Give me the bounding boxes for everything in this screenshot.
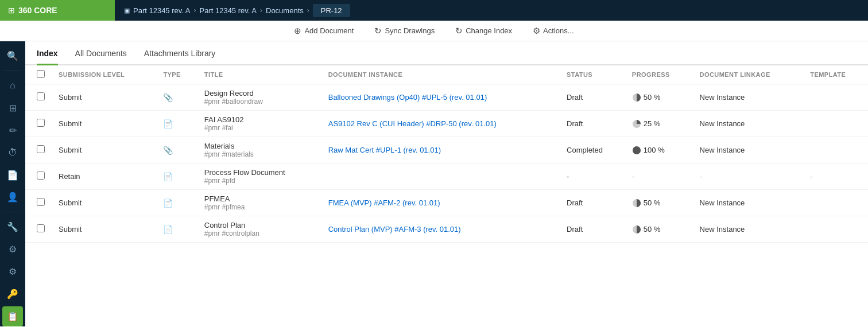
th-progress: PROGRESS	[625, 65, 693, 84]
progress-cell: 50 %	[625, 84, 693, 111]
document-instance-link[interactable]: FMEA (MVP) #AFM-2 (rev. 01.01)	[328, 198, 440, 207]
status-cell: Draft	[560, 111, 625, 137]
brand-logo[interactable]: ⊞ 360 CORE	[0, 0, 115, 21]
document-linkage-cell: New Instance	[693, 216, 804, 243]
sidebar-icon-clock[interactable]: ⏱	[2, 143, 23, 163]
submission-level-cell: Submit	[52, 111, 156, 137]
document-type-icon: 📄	[163, 172, 173, 181]
progress-circle-icon	[632, 119, 641, 129]
status-cell: Draft	[560, 84, 625, 111]
progress-cell: 50 %	[625, 216, 693, 243]
tab-index[interactable]: Index	[37, 44, 58, 65]
tab-attachments-library[interactable]: Attachments Library	[144, 44, 216, 65]
th-type: TYPE	[156, 65, 197, 84]
breadcrumb-sep-2: ›	[260, 6, 262, 14]
document-instance-link[interactable]: Ballooned Drawings (Op40) #UPL-5 (rev. 0…	[328, 93, 487, 102]
status-badge: Draft	[567, 93, 583, 102]
sidebar-icon-gear2[interactable]: ⚙	[2, 262, 23, 282]
table-row: Submit📎Materials#pmr #materialsRaw Mat C…	[25, 137, 868, 164]
title-tags: #pmr #controlplan	[204, 229, 315, 238]
documents-table: SUBMISSION LEVEL TYPE TITLE DOCUMENT INS…	[25, 65, 868, 243]
title-tags: #pmr #balloondraw	[204, 98, 315, 106]
status-badge: Draft	[567, 225, 583, 233]
status-cell: Draft	[560, 190, 625, 216]
status-badge: Draft	[567, 119, 583, 128]
sidebar-icon-wrench[interactable]: 🔧	[2, 217, 23, 237]
type-cell: 📎	[156, 137, 197, 164]
progress-dash: -	[632, 172, 634, 181]
sidebar-icon-file-active[interactable]: 📋	[2, 306, 23, 326]
progress-circle-icon	[632, 146, 641, 155]
sync-drawings-button[interactable]: ↻ Sync Drawings	[371, 24, 438, 38]
title-cell: Materials#pmr #materials	[197, 137, 321, 164]
title-main: Materials	[204, 142, 315, 150]
sidebar-icon-tools[interactable]: ⚙	[2, 239, 23, 259]
template-cell	[803, 137, 868, 164]
title-tags: #pmr #fai	[204, 124, 315, 132]
document-linkage-cell: New Instance	[693, 84, 804, 111]
breadcrumb-item-3[interactable]: Documents	[266, 6, 304, 15]
table-row: Submit📎Design Record#pmr #balloondrawBal…	[25, 84, 868, 111]
progress-cell: 50 %	[625, 190, 693, 216]
breadcrumb: ▣ Part 12345 rev. A › Part 12345 rev. A …	[115, 4, 868, 17]
row-checkbox[interactable]	[37, 224, 45, 232]
sidebar-icon-home[interactable]: ⌂	[2, 76, 23, 96]
title-cell: PFMEA#pmr #pfmea	[197, 190, 321, 216]
document-instance-link[interactable]: AS9102 Rev C (CUI Header) #DRP-50 (rev. …	[328, 119, 497, 128]
actions-button[interactable]: ⚙ Actions...	[529, 24, 577, 38]
title-cell: Design Record#pmr #balloondraw	[197, 84, 321, 111]
sidebar-icon-key[interactable]: 🔑	[2, 284, 23, 304]
breadcrumb-label-1: Part 12345 rev. A	[133, 6, 191, 15]
th-document-linkage: DOCUMENT LINKAGE	[693, 65, 804, 84]
main-layout: 🔍 ⌂ ⊞ ✏ ⏱ 📄 👤 🔧 ⚙ ⚙ 🔑 📋 Index All Docume…	[0, 41, 868, 326]
row-checkbox[interactable]	[37, 119, 45, 127]
document-instance-link[interactable]: Raw Mat Cert #UPL-1 (rev. 01.01)	[328, 146, 441, 154]
table-row: Submit📄PFMEA#pmr #pfmeaFMEA (MVP) #AFM-2…	[25, 190, 868, 216]
document-linkage-cell: -	[693, 164, 804, 190]
grid-icon: ⊞	[8, 6, 15, 15]
title-tags: #pmr #pfmea	[204, 203, 315, 211]
progress-percent: 50 %	[644, 93, 661, 102]
template-cell	[803, 84, 868, 111]
main-content: Index All Documents Attachments Library …	[25, 41, 868, 326]
table-header-row: SUBMISSION LEVEL TYPE TITLE DOCUMENT INS…	[25, 65, 868, 84]
row-checkbox[interactable]	[37, 92, 45, 100]
select-all-checkbox[interactable]	[37, 70, 45, 78]
status-cell: -	[560, 164, 625, 190]
sidebar-icon-grid[interactable]: ⊞	[2, 98, 23, 118]
breadcrumb-sep-3: ›	[307, 6, 309, 14]
type-cell: 📄	[156, 111, 197, 137]
add-document-label: Add Document	[304, 26, 354, 35]
sidebar-icon-doc[interactable]: 📄	[2, 165, 23, 185]
sidebar-icon-search[interactable]: 🔍	[2, 46, 23, 66]
change-index-label: Change Index	[466, 26, 512, 35]
document-linkage-cell: New Instance	[693, 137, 804, 164]
submission-level-cell: Submit	[52, 137, 156, 164]
type-cell: 📄	[156, 190, 197, 216]
document-instance-cell: FMEA (MVP) #AFM-2 (rev. 01.01)	[321, 190, 560, 216]
row-checkbox[interactable]	[37, 172, 45, 180]
toolbar: ⊕ Add Document ↻ Sync Drawings ↻ Change …	[0, 21, 868, 41]
row-checkbox[interactable]	[37, 145, 45, 153]
title-cell: FAI AS9102#pmr #fai	[197, 111, 321, 137]
change-index-button[interactable]: ↻ Change Index	[452, 24, 516, 38]
document-instance-link[interactable]: Control Plan (MVP) #AFM-3 (rev. 01.01)	[328, 225, 461, 233]
progress-percent: 50 %	[644, 225, 661, 233]
add-document-button[interactable]: ⊕ Add Document	[290, 24, 357, 38]
row-checkbox[interactable]	[37, 198, 45, 206]
submission-level-cell: Submit	[52, 84, 156, 111]
change-index-icon: ↻	[455, 26, 463, 36]
breadcrumb-label-2: Part 12345 rev. A	[200, 6, 257, 15]
breadcrumb-item-2[interactable]: Part 12345 rev. A	[200, 6, 257, 15]
sidebar-icon-person[interactable]: 👤	[2, 188, 23, 208]
type-cell: 📄	[156, 164, 197, 190]
document-instance-cell	[321, 164, 560, 190]
progress-circle-icon	[632, 225, 641, 234]
submission-level-cell: Retain	[52, 164, 156, 190]
status-badge: -	[567, 172, 569, 181]
breadcrumb-item-1[interactable]: ▣ Part 12345 rev. A	[124, 6, 191, 15]
sidebar-icon-pen[interactable]: ✏	[2, 120, 23, 141]
row-checkbox-cell	[25, 84, 52, 111]
tab-all-documents[interactable]: All Documents	[75, 44, 127, 65]
row-checkbox-cell	[25, 216, 52, 243]
